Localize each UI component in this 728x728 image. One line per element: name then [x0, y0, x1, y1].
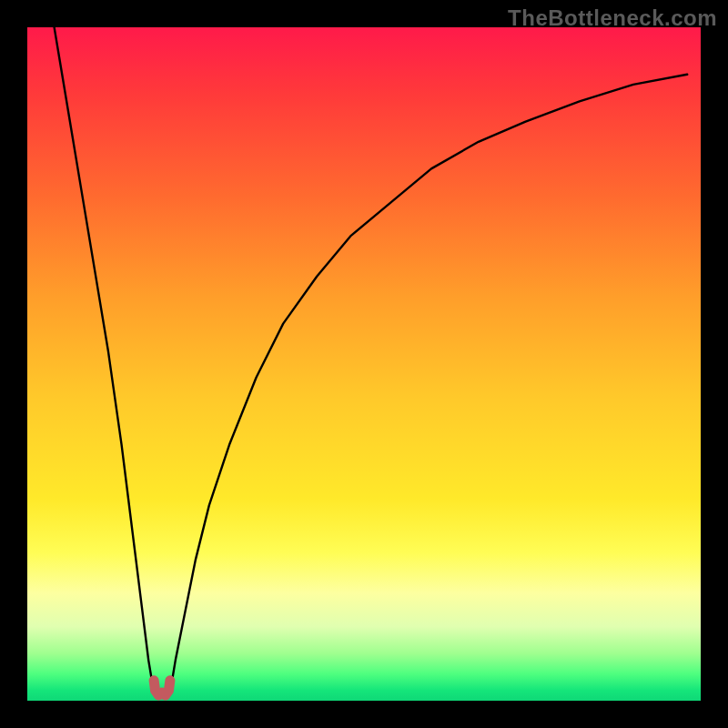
plot-area [27, 27, 701, 701]
curve-left-branch [55, 27, 156, 693]
cusp-marker [154, 681, 170, 695]
chart-frame: TheBottleneck.com [0, 0, 728, 728]
curve-svg [27, 27, 701, 701]
curve-right-branch [168, 75, 687, 693]
